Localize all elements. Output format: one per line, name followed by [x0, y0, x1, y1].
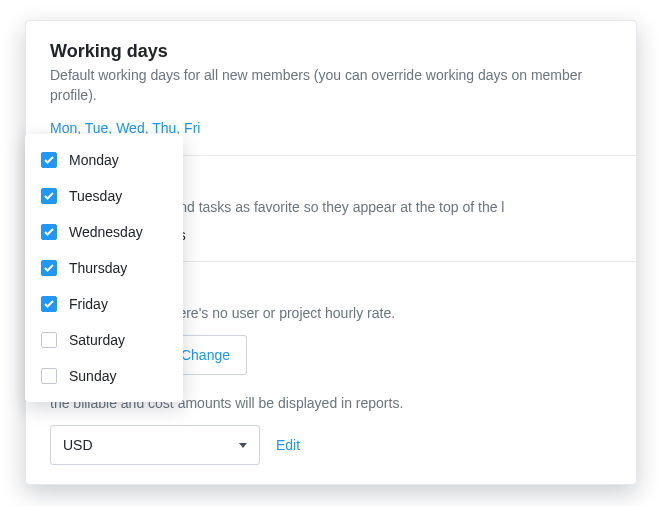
day-option[interactable]: Wednesday: [25, 214, 183, 250]
day-checkbox[interactable]: [41, 260, 57, 276]
day-option[interactable]: Thursday: [25, 250, 183, 286]
day-option[interactable]: Tuesday: [25, 178, 183, 214]
day-checkbox[interactable]: [41, 152, 57, 168]
day-option[interactable]: Saturday: [25, 322, 183, 358]
currency-select[interactable]: USD: [50, 425, 260, 465]
day-label: Thursday: [69, 260, 127, 276]
day-option[interactable]: Sunday: [25, 358, 183, 394]
working-days-title: Working days: [50, 41, 612, 62]
day-checkbox[interactable]: [41, 296, 57, 312]
day-label: Sunday: [69, 368, 116, 384]
day-label: Friday: [69, 296, 108, 312]
day-option[interactable]: Friday: [25, 286, 183, 322]
day-label: Saturday: [69, 332, 125, 348]
day-option[interactable]: Monday: [25, 142, 183, 178]
currency-selected-value: USD: [63, 437, 93, 453]
day-label: Monday: [69, 152, 119, 168]
chevron-down-icon: [239, 443, 247, 448]
day-checkbox[interactable]: [41, 332, 57, 348]
day-checkbox[interactable]: [41, 224, 57, 240]
day-checkbox[interactable]: [41, 188, 57, 204]
day-label: Tuesday: [69, 188, 122, 204]
day-label: Wednesday: [69, 224, 143, 240]
working-days-desc: Default working days for all new members…: [50, 66, 612, 105]
currency-edit-link[interactable]: Edit: [276, 437, 300, 453]
working-days-dropdown[interactable]: MondayTuesdayWednesdayThursdayFridaySatu…: [25, 134, 183, 402]
day-checkbox[interactable]: [41, 368, 57, 384]
